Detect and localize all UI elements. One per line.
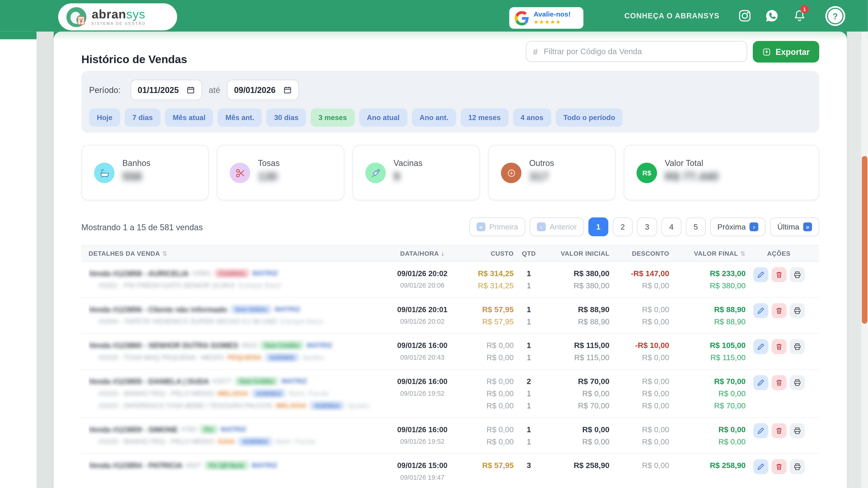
date-to-input[interactable]: 09/01/2026 <box>227 80 299 100</box>
sale-datetime-updated: 09/01/26 20:02 <box>400 318 444 325</box>
quantidade-value: 1 <box>527 317 531 325</box>
detail-text: Venda #123856 - Cliente não informado <box>89 305 227 313</box>
custo-value: R$ 57,95 <box>482 461 514 470</box>
edit-sale-button[interactable] <box>753 339 768 354</box>
review-label: Avalie-nos! <box>534 11 570 18</box>
brand-name-prefix: abran <box>92 7 126 21</box>
sort-icon: ⇅ <box>740 250 746 257</box>
quick-filter-7-dias[interactable]: 7 dias <box>125 108 160 127</box>
print-sale-button[interactable] <box>790 339 805 354</box>
page-button-2[interactable]: 2 <box>613 217 632 236</box>
quick-filter-todo-o-per-odo[interactable]: Todo o período <box>556 108 623 127</box>
col-valor-inicial[interactable]: VALOR INICIAL <box>544 250 610 257</box>
custo-cell: R$ 314,25R$ 314,25 <box>458 267 514 292</box>
edit-sale-button[interactable] <box>753 267 768 282</box>
desconto-cell: R$ 0,00R$ 0,00R$ 0,00 <box>610 375 669 412</box>
valor-inicial-cell: R$ 258,90 <box>544 459 610 471</box>
quantidade-value: 2 <box>527 377 531 386</box>
table-header: DETALHES DA VENDA⇅ DATA/HORA↓ CUSTO QTD … <box>81 245 819 262</box>
quick-filter-12-meses[interactable]: 12 meses <box>460 108 508 127</box>
prev-page-button[interactable]: ‹ Anterior <box>530 217 584 236</box>
col-custo[interactable]: CUSTO <box>458 250 514 257</box>
last-page-label: Última <box>777 222 799 231</box>
quick-filter-m-s-ant[interactable]: Mês ant. <box>218 108 262 127</box>
instagram-icon[interactable] <box>738 9 751 23</box>
quick-filter-m-s-atual[interactable]: Mês atual <box>165 108 213 127</box>
print-sale-button[interactable] <box>790 423 805 438</box>
sale-details-blurred[interactable]: Venda #123855 - DANIELA | DUDA#1677Sem C… <box>89 375 386 412</box>
quick-filter-4-anos[interactable]: 4 anos <box>513 108 551 127</box>
page-button-4[interactable]: 4 <box>661 217 681 236</box>
detail-text: MATRIZ <box>252 461 277 469</box>
delete-sale-button[interactable] <box>771 423 786 438</box>
printer-icon <box>793 426 801 435</box>
last-page-button[interactable]: Última » <box>770 217 819 236</box>
delete-sale-button[interactable] <box>771 459 786 474</box>
delete-sale-button[interactable] <box>771 375 786 390</box>
edit-sale-button[interactable] <box>753 423 768 438</box>
print-sale-button[interactable] <box>790 267 805 282</box>
promo-link[interactable]: CONHEÇA O ABRANSYS <box>624 0 719 31</box>
sale-details-blurred[interactable]: Venda #123858 - AURICELIA#3901CrediárioM… <box>89 267 386 292</box>
sale-details-blurred[interactable]: Venda #123859 - SIMONE#782PixMATRIZ#1015… <box>89 423 386 448</box>
search-input[interactable] <box>542 46 740 56</box>
custo-value: R$ 57,95 <box>482 317 514 326</box>
page-button-1[interactable]: 1 <box>588 217 608 236</box>
notifications-button[interactable]: 1 <box>793 9 806 23</box>
desconto-value: R$ 0,00 <box>642 377 669 386</box>
sale-details-blurred[interactable]: Venda #123854 - PATRICIA#637Pix QR BankM… <box>89 459 386 471</box>
valor-final-value: R$ 258,90 <box>710 461 746 470</box>
detail-text: Ajustes <box>302 354 324 361</box>
print-sale-button[interactable] <box>790 375 805 390</box>
col-valor-final[interactable]: VALOR FINAL⇅ <box>669 250 746 257</box>
trash-icon <box>775 306 783 315</box>
sale-details-blurred[interactable]: Venda #123860 - SENHOR DUTRA GOMES#623Se… <box>89 339 386 364</box>
edit-sale-button[interactable] <box>753 375 768 390</box>
help-button[interactable]: ? <box>825 6 845 26</box>
page-title: Histórico de Vendas <box>81 53 187 66</box>
edit-sale-button[interactable] <box>753 303 768 318</box>
quick-filter-30-dias[interactable]: 30 dias <box>267 108 306 127</box>
quantidade-value: 1 <box>527 269 531 278</box>
quick-filters: Hoje7 diasMês atualMês ant.30 dias3 mese… <box>89 108 811 127</box>
google-review-badge[interactable]: Avalie-nos! ★★★★★ <box>509 7 584 29</box>
brand-logo[interactable]: abransys SISTEMA DE GESTÃO <box>58 3 177 30</box>
detail-text: Venda #123859 - SIMONE <box>89 425 178 433</box>
first-page-button[interactable]: « Primeira <box>469 217 525 236</box>
export-button[interactable]: Exportar <box>753 41 819 62</box>
next-page-button[interactable]: Próxima › <box>710 217 766 236</box>
col-detalhes[interactable]: DETALHES DA VENDA⇅ <box>89 250 386 257</box>
detail-text: Venda #123855 - DANIELA | DUDA <box>89 377 209 385</box>
quick-filter-3-meses[interactable]: 3 meses <box>311 108 354 127</box>
stat-label: Vacinas <box>394 158 423 168</box>
sales-table: DETALHES DA VENDA⇅ DATA/HORA↓ CUSTO QTD … <box>81 245 819 488</box>
page-button-5[interactable]: 5 <box>686 217 706 236</box>
sale-code-filter[interactable]: # <box>526 41 747 62</box>
delete-sale-button[interactable] <box>771 339 786 354</box>
valor-final-value: R$ 70,00 <box>714 377 746 386</box>
delete-sale-button[interactable] <box>771 267 786 282</box>
quick-filter-ano-atual[interactable]: Ano atual <box>359 108 407 127</box>
quick-filter-ano-ant[interactable]: Ano ant. <box>412 108 456 127</box>
print-sale-button[interactable] <box>790 459 805 474</box>
col-datahora[interactable]: DATA/HORA↓ <box>386 250 458 257</box>
print-sale-button[interactable] <box>790 303 805 318</box>
edit-sale-button[interactable] <box>753 459 768 474</box>
custo-value: R$ 0,00 <box>487 401 514 410</box>
quantidade-value: 1 <box>527 305 531 314</box>
whatsapp-icon[interactable] <box>765 9 779 23</box>
col-desconto[interactable]: DESCONTO <box>610 250 669 257</box>
col-qtd[interactable]: QTD <box>514 250 544 257</box>
date-from-input[interactable]: 01/11/2025 <box>130 80 202 100</box>
page-button-3[interactable]: 3 <box>637 217 657 236</box>
page-scrollbar-thumb[interactable] <box>862 156 867 324</box>
sale-row-6: Venda #123854 - PATRICIA#637Pix QR BankM… <box>81 454 819 488</box>
desconto-value: R$ 0,00 <box>642 461 669 470</box>
export-label: Exportar <box>775 47 810 57</box>
stat-value-blurred: 130 <box>258 170 277 183</box>
sale-date-cell: 09/01/26 16:0009/01/26 19:52 <box>386 375 458 399</box>
valor-inicial-value: R$ 88,90 <box>578 317 610 326</box>
delete-sale-button[interactable] <box>771 303 786 318</box>
sale-details-blurred[interactable]: Venda #123856 - Cliente não informadoSem… <box>89 303 386 328</box>
quick-filter-hoje[interactable]: Hoje <box>89 108 120 127</box>
